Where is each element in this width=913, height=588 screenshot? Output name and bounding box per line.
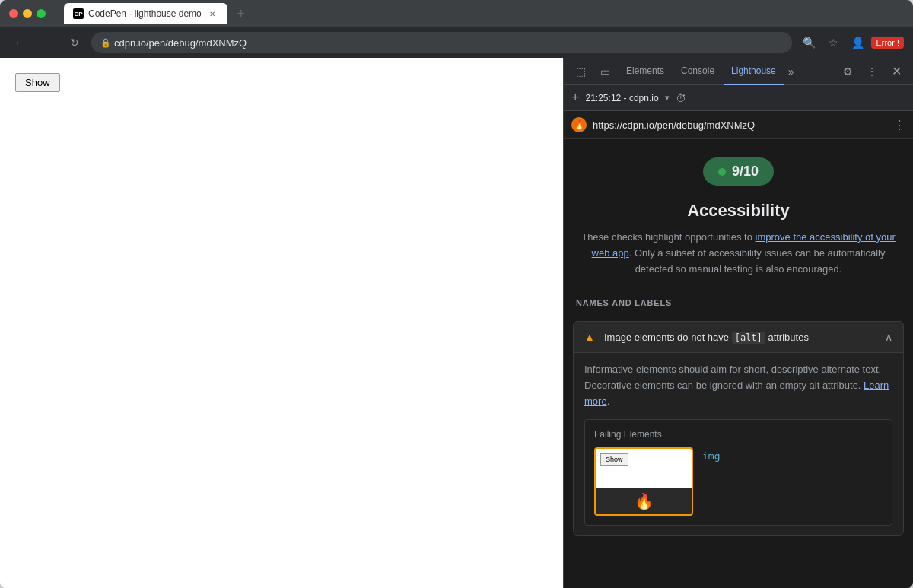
browser-tab[interactable]: CP CodePen - lighthouse demo ✕ <box>64 3 227 24</box>
search-icon[interactable]: 🔍 <box>798 32 819 53</box>
section-title-names-labels: NAMES AND LABELS <box>576 298 672 307</box>
error-badge[interactable]: Error ! <box>871 37 904 49</box>
address-input[interactable]: 🔒 cdpn.io/pen/debug/mdXNMzQ <box>91 32 792 53</box>
audit-title-post: attributes <box>765 332 809 343</box>
lighthouse-description: These checks highlight opportunities to … <box>579 230 898 277</box>
lighthouse-title-section: Accessibility These checks highlight opp… <box>564 201 913 289</box>
back-button[interactable]: ← <box>9 32 30 53</box>
page-area: Show <box>0 58 563 588</box>
screenshot-page-area: Show <box>596 449 692 488</box>
traffic-lights <box>9 9 46 18</box>
description-text-2: . Only a subset of accessibility issues … <box>629 247 886 275</box>
failing-elements-row: Show 🔥 img <box>594 447 883 516</box>
audit-title: Image elements do not have [alt] attribu… <box>604 332 877 343</box>
failing-elements-container: Failing Elements Show 🔥 <box>584 419 892 526</box>
back-icon: ← <box>14 37 25 49</box>
lighthouse-history-button[interactable]: ⏱ <box>676 92 686 104</box>
lighthouse-new-button[interactable]: + <box>571 90 580 106</box>
tab-bar: CP CodePen - lighthouse demo ✕ + <box>64 3 904 24</box>
address-bar: ← → ↻ 🔒 cdpn.io/pen/debug/mdXNMzQ 🔍 ☆ 👤 … <box>0 27 913 58</box>
bottom-fade <box>564 542 913 572</box>
devtools-close-button[interactable]: ✕ <box>886 61 907 82</box>
tab-lighthouse[interactable]: Lighthouse <box>724 58 784 85</box>
description-text-1: These checks highlight opportunities to <box>581 231 755 243</box>
traffic-light-yellow[interactable] <box>23 9 32 18</box>
devtools-toolbar: ⬚ ▭ Elements Console Lighthouse » <box>564 58 913 85</box>
lock-icon: 🔒 <box>100 38 111 48</box>
lighthouse-score-section: 9/10 <box>564 139 913 201</box>
devtools-settings-button[interactable]: ⚙ <box>837 61 858 82</box>
lighthouse-content: 9/10 Accessibility These checks highligh… <box>564 139 913 588</box>
audit-toggle-button[interactable]: ∧ <box>885 331 892 343</box>
tab-favicon: CP <box>73 8 84 19</box>
inspect-element-button[interactable]: ⬚ <box>570 61 591 82</box>
score-dot <box>718 168 726 176</box>
failing-elements-title: Failing Elements <box>594 429 883 440</box>
screenshot-bottom-area: 🔥 <box>596 488 692 513</box>
forward-icon: → <box>42 37 52 49</box>
devtools-tabs: Elements Console Lighthouse » <box>619 58 834 85</box>
main-content: Show ⬚ ▭ Elements Console <box>0 58 913 588</box>
audit-title-code: [alt] <box>732 332 765 344</box>
lighthouse-audit-header[interactable]: ▲ Image elements do not have [alt] attri… <box>574 322 903 352</box>
tab-console[interactable]: Console <box>673 58 722 85</box>
toolbar-icons: 🔍 ☆ 👤 Error ! <box>798 32 904 53</box>
lighthouse-audit-item: ▲ Image elements do not have [alt] attri… <box>573 321 904 535</box>
failing-element-tag[interactable]: img <box>702 447 720 462</box>
lighthouse-main-title: Accessibility <box>579 201 898 221</box>
title-bar: CP CodePen - lighthouse demo ✕ + <box>0 0 913 27</box>
lighthouse-url-bar: + 21:25:12 - cdpn.io ▾ ⏱ <box>564 85 913 111</box>
reload-icon: ↻ <box>70 37 79 49</box>
audit-title-pre: Image elements do not have <box>604 332 732 343</box>
screenshot-flame: 🔥 <box>635 492 654 510</box>
lighthouse-url-row: 🔥 https://cdpn.io/pen/debug/mdXNMzQ ⋮ <box>564 111 913 139</box>
more-tabs-button[interactable]: » <box>785 62 797 81</box>
lighthouse-score-value: 9/10 <box>732 164 759 180</box>
devtools-more-options-button[interactable]: ⋮ <box>861 61 883 82</box>
inspect-icon: ⬚ <box>576 65 586 78</box>
screenshot-inner: Show 🔥 <box>596 449 692 514</box>
star-icon[interactable]: ☆ <box>822 32 844 53</box>
lighthouse-timestamp-dropdown[interactable]: ▾ <box>665 93 670 103</box>
lighthouse-section-header: NAMES AND LABELS <box>564 289 913 315</box>
lighthouse-score-badge: 9/10 <box>703 157 774 186</box>
lighthouse-flame-icon: 🔥 <box>571 117 587 132</box>
tab-elements[interactable]: Elements <box>619 58 672 85</box>
device-icon: ▭ <box>600 65 610 78</box>
tab-title: CodePen - lighthouse demo <box>88 8 202 19</box>
audit-warning-icon: ▲ <box>584 331 596 343</box>
device-toggle-button[interactable]: ▭ <box>594 61 616 82</box>
traffic-light-red[interactable] <box>9 9 18 18</box>
tab-close-button[interactable]: ✕ <box>206 8 218 20</box>
traffic-light-green[interactable] <box>37 9 46 18</box>
audit-desc-pre: Informative elements should aim for shor… <box>584 364 881 391</box>
audit-desc-post: . <box>607 396 610 407</box>
browser-window: CP CodePen - lighthouse demo ✕ + ← → ↻ 🔒… <box>0 0 913 588</box>
profile-icon[interactable]: 👤 <box>847 32 868 53</box>
reload-button[interactable]: ↻ <box>64 32 85 53</box>
audit-description: Informative elements should aim for shor… <box>584 362 892 409</box>
lighthouse-url-more-button[interactable]: ⋮ <box>893 118 905 132</box>
show-button[interactable]: Show <box>15 73 60 92</box>
screenshot-show-button: Show <box>600 453 628 466</box>
failing-element-screenshot[interactable]: Show 🔥 <box>594 447 693 516</box>
devtools-panel: ⬚ ▭ Elements Console Lighthouse » <box>563 58 913 588</box>
new-tab-button[interactable]: + <box>231 3 252 24</box>
forward-button[interactable]: → <box>37 32 58 53</box>
lighthouse-timestamp: 21:25:12 - cdpn.io <box>586 93 659 103</box>
address-text: cdpn.io/pen/debug/mdXNMzQ <box>114 37 247 49</box>
lighthouse-url-text: https://cdpn.io/pen/debug/mdXNMzQ <box>593 119 887 131</box>
lighthouse-audit-body: Informative elements should aim for shor… <box>574 352 903 534</box>
